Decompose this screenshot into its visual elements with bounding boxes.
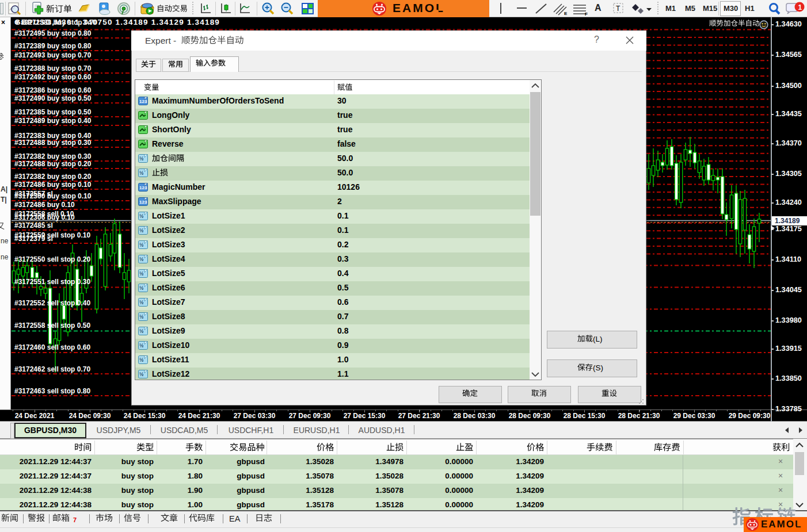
svg-text:½: ½: [139, 357, 144, 363]
svg-text:½: ½: [139, 156, 144, 162]
svg-text:½: ½: [139, 300, 144, 305]
svg-text:½: ½: [139, 213, 144, 219]
svg-text:½: ½: [139, 271, 144, 277]
svg-text:½: ½: [139, 242, 144, 248]
svg-text:½: ½: [139, 257, 144, 262]
svg-text:½: ½: [139, 328, 144, 334]
svg-text:½: ½: [139, 314, 144, 320]
svg-text:1: 1: [798, 3, 802, 12]
svg-text:½: ½: [139, 343, 144, 349]
svg-text:123: 123: [139, 185, 147, 190]
svg-text:T: T: [616, 5, 621, 13]
svg-text:½: ½: [139, 372, 144, 377]
svg-text:123: 123: [139, 99, 147, 104]
svg-text:123: 123: [139, 200, 147, 205]
svg-text:E: E: [564, 11, 568, 16]
svg-text:½: ½: [139, 285, 144, 291]
svg-text:F: F: [585, 12, 588, 16]
svg-text:½: ½: [139, 228, 144, 234]
svg-text:½: ½: [139, 170, 144, 176]
